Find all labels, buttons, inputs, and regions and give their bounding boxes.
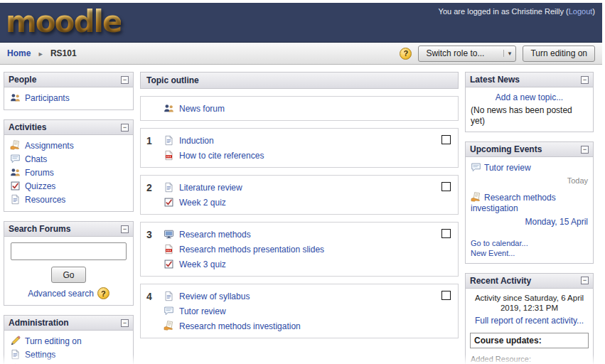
paren-close: )	[592, 7, 595, 16]
collapse-icon[interactable]: −	[121, 319, 129, 327]
advanced-search-link[interactable]: Advanced search	[28, 289, 94, 299]
block-title: Upcoming Events	[470, 144, 542, 154]
topic-toggle-box[interactable]	[441, 229, 451, 238]
collapse-icon[interactable]: −	[121, 76, 129, 84]
topic-section-4: 4 Review of syllabus Tutor review Resear…	[140, 284, 459, 338]
course-updates-heading: Course updates:	[470, 333, 589, 348]
collapse-icon[interactable]: −	[581, 76, 589, 84]
added-resource-label: Added Resource:	[469, 351, 590, 364]
go-button[interactable]: Go	[51, 267, 85, 283]
activity-row: How to cite references	[164, 148, 436, 163]
participants-link[interactable]: Participants	[25, 93, 70, 103]
breadcrumb: Home ► RS101	[7, 48, 77, 58]
list-item: Assign roles	[7, 361, 130, 364]
go-button-wrap: Go	[7, 267, 130, 283]
activity-link[interactable]: Week 2 quiz	[179, 198, 226, 208]
breadcrumb-current: RS101	[50, 48, 77, 58]
turn-editing-on-link[interactable]: Turn editing on	[25, 336, 82, 346]
settings-icon	[10, 349, 21, 360]
logout-link[interactable]: Logout	[569, 7, 593, 16]
forum-icon	[164, 103, 174, 114]
activity-link[interactable]: Research methods	[179, 230, 251, 240]
activity-link[interactable]: Research methods presentation slides	[179, 245, 324, 255]
activity-row: Week 2 quiz	[164, 195, 436, 210]
advanced-search-wrap: Advanced search ?	[7, 287, 130, 299]
help-icon[interactable]: ?	[97, 287, 109, 299]
activity-link[interactable]: Review of syllabus	[179, 291, 250, 301]
section-items: Literature review Week 2 quiz	[164, 180, 436, 210]
collapse-icon[interactable]: −	[121, 124, 129, 132]
list-item: Settings	[7, 348, 130, 361]
slides-icon	[164, 229, 174, 240]
pdf-icon	[164, 150, 174, 161]
topic-section-1: 1 Induction How to cite references	[140, 128, 459, 168]
activity-row: Research methods	[164, 227, 436, 242]
activity-row: Research methods investigation	[164, 318, 436, 333]
block-search-forums-header: Search Forums −	[4, 222, 133, 237]
breadcrumb-bar: Home ► RS101 ? Switch role to... ▾ Turn …	[0, 43, 602, 65]
topic-section-0: News forum	[140, 96, 459, 121]
collapse-icon[interactable]: −	[581, 146, 589, 154]
main-layout: People − Participants Activities −	[0, 65, 602, 364]
quizzes-link[interactable]: Quizzes	[25, 181, 55, 191]
block-upcoming-events: Upcoming Events − Tutor review Today Res…	[465, 141, 594, 264]
settings-link[interactable]: Settings	[25, 350, 55, 360]
breadcrumb-home-link[interactable]: Home	[7, 48, 31, 58]
block-recent-activity-header: Recent Activity −	[466, 274, 593, 289]
activity-link[interactable]: How to cite references	[179, 151, 264, 161]
switch-role-select[interactable]: Switch role to... ▾	[418, 46, 516, 62]
add-new-topic-link[interactable]: Add a new topic...	[496, 92, 563, 102]
list-item: Chats	[7, 152, 130, 166]
section-number	[146, 101, 164, 116]
forums-link[interactable]: Forums	[25, 168, 54, 178]
block-administration-content: Turn editing on Settings Assign roles Gr…	[4, 331, 133, 364]
block-latest-news: Latest News − Add a new topic... (No new…	[465, 72, 594, 132]
chat-icon	[10, 154, 21, 164]
collapse-icon[interactable]: −	[121, 225, 129, 233]
activity-link[interactable]: Research methods investigation	[179, 321, 301, 331]
topic-toggle-box[interactable]	[441, 182, 451, 191]
list-item: Assignments	[7, 139, 130, 152]
full-report-link[interactable]: Full report of recent activity...	[475, 316, 584, 326]
pdf-icon	[164, 244, 174, 255]
block-title: Activities	[9, 122, 46, 132]
event-date-link[interactable]: Monday, 15 April	[525, 217, 589, 227]
quiz-icon	[164, 259, 174, 269]
activity-row: Literature review	[164, 180, 436, 195]
activity-row: Week 3 quiz	[164, 257, 436, 272]
calendar-links: Go to calendar... New Event...	[469, 238, 590, 258]
block-latest-news-content: Add a new topic... (No news has been pos…	[466, 87, 593, 132]
section-number: 1	[146, 133, 164, 163]
search-forums-input[interactable]	[11, 242, 127, 260]
activity-link[interactable]: Induction	[179, 136, 214, 146]
page-chrome: moodle You are logged in as Christine Re…	[0, 3, 602, 364]
help-icon[interactable]: ?	[400, 48, 412, 60]
chevron-down-icon: ▾	[503, 50, 512, 57]
topic-toggle-box[interactable]	[441, 135, 451, 144]
activity-row: Tutor review	[164, 304, 436, 318]
event-link[interactable]: Tutor review	[484, 163, 531, 173]
login-prefix: You are logged in as	[439, 7, 510, 16]
topic-outline-title: Topic outline	[140, 72, 459, 89]
left-column: People − Participants Activities −	[4, 72, 134, 364]
new-event-link[interactable]: New Event...	[471, 249, 515, 257]
assignments-link[interactable]: Assignments	[25, 141, 74, 151]
activity-link[interactable]: Literature review	[179, 183, 242, 193]
chat-icon	[164, 306, 174, 316]
topic-section-3: 3 Research methods Research methods pres…	[140, 222, 459, 277]
block-latest-news-header: Latest News −	[466, 73, 593, 87]
topic-toggle-box[interactable]	[441, 291, 451, 300]
go-to-calendar-link[interactable]: Go to calendar...	[471, 239, 528, 247]
chats-link[interactable]: Chats	[25, 154, 47, 164]
collapse-icon[interactable]: −	[581, 277, 589, 284]
resources-link[interactable]: Resources	[25, 195, 65, 205]
activity-link[interactable]: Week 3 quiz	[179, 259, 226, 269]
moodle-logo[interactable]: moodle	[6, 3, 121, 41]
event-row: Research methods investigation	[469, 191, 590, 216]
turn-editing-on-button[interactable]: Turn editing on	[523, 46, 595, 62]
activity-link[interactable]: Tutor review	[179, 306, 226, 316]
list-item: Forums	[7, 166, 130, 179]
event-link[interactable]: Research methods investigation	[471, 193, 556, 214]
block-recent-activity: Recent Activity − Activity since Saturda…	[465, 273, 594, 364]
activity-link[interactable]: News forum	[179, 104, 225, 114]
